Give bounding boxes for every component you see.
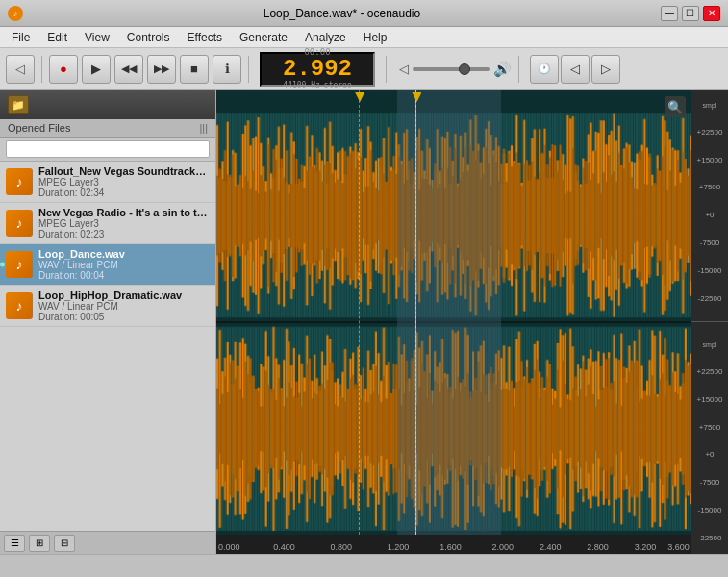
time-display: 00:00 2.992 44100 Hzstereo	[260, 52, 375, 87]
scale-labels: smpl +22500 +15000 +7500 +0 -7500 -15000…	[691, 90, 728, 554]
time-tick-5: 2.000	[492, 542, 515, 552]
rewind-button[interactable]: ◀◀	[114, 55, 143, 84]
title-bar: ♪ Loop_Dance.wav* - ocenaudio — ☐ ✕	[0, 0, 728, 27]
collapse-icon[interactable]: |||	[199, 122, 208, 134]
opened-files-bar: Opened Files |||	[0, 119, 215, 138]
file-item-0[interactable]: ♪ Fallout_New Vegas Soundtrack_Gu... MPE…	[0, 162, 215, 203]
file-thumb-0: ♪	[6, 168, 33, 195]
toolbar: ◁ ● ▶ ◀◀ ▶▶ ■ ℹ 00:00 2.992 44100 Hzster…	[0, 48, 728, 90]
nav-next-button[interactable]: ▷	[591, 55, 620, 84]
menu-controls[interactable]: Controls	[119, 29, 178, 46]
file-info-3: Loop_HipHop_Dramatic.wav WAV / Linear PC…	[38, 289, 210, 322]
volume-max-icon: 🔊	[493, 61, 512, 78]
sidebar: 📁 Opened Files ||| ♪ Fallout_New Vegas S…	[0, 90, 216, 554]
time-tick-3: 1.200	[388, 542, 410, 552]
file-meta-0: MPEG Layer3	[38, 177, 210, 188]
nav-prev-button[interactable]: ◁	[561, 55, 590, 84]
file-item-3[interactable]: ♪ Loop_HipHop_Dramatic.wav WAV / Linear …	[0, 286, 215, 327]
detail-view-button[interactable]: ⊟	[54, 535, 75, 552]
close-button[interactable]: ✕	[703, 6, 720, 21]
nav-button-area: 🕐 ◁ ▷	[530, 55, 620, 84]
menu-file[interactable]: File	[4, 29, 38, 46]
search-box	[0, 138, 215, 162]
waveform-search-button[interactable]: 🔍	[665, 96, 686, 117]
separator-2	[248, 56, 249, 83]
sidebar-bottom: ☰ ⊞ ⊟	[0, 531, 215, 554]
search-input[interactable]	[6, 140, 210, 158]
time-tick-1: 0.400	[273, 542, 295, 552]
minimize-button[interactable]: —	[661, 6, 678, 21]
scale-label: +22500	[697, 367, 723, 376]
scale-label: smpl	[703, 102, 717, 109]
folder-button[interactable]: 📁	[8, 95, 29, 114]
menu-bar: File Edit View Controls Effects Generate…	[0, 27, 728, 48]
info-button[interactable]: ℹ	[213, 55, 241, 84]
volume-min-icon: ◁	[399, 62, 409, 76]
waveform-canvas[interactable]	[216, 90, 728, 554]
file-info-0: Fallout_New Vegas Soundtrack_Gu... MPEG …	[38, 165, 210, 198]
file-list: ♪ Fallout_New Vegas Soundtrack_Gu... MPE…	[0, 162, 215, 531]
file-item-2[interactable]: ♪ Loop_Dance.wav WAV / Linear PCM Durati…	[0, 244, 215, 286]
list-view-button[interactable]: ☰	[4, 535, 25, 552]
file-meta-1: MPEG Layer3	[38, 218, 210, 229]
scale-label: -7500	[700, 478, 719, 487]
file-duration-2: Duration: 00:04	[38, 270, 210, 281]
history-button[interactable]: 🕐	[530, 55, 559, 84]
scale-label: -15000	[698, 266, 722, 275]
scale-label: +0	[705, 450, 714, 459]
file-info-1: New Vegas Radio - It's a sin to tell ...…	[38, 207, 210, 239]
file-duration-1: Duration: 02:23	[38, 229, 210, 239]
sidebar-header: 📁	[0, 90, 215, 119]
time-tick-7: 2.800	[587, 542, 609, 552]
volume-slider[interactable]	[413, 67, 490, 71]
time-tick-4: 1.600	[439, 542, 462, 552]
window-title: Loop_Dance.wav* - ocenaudio	[264, 7, 420, 20]
forward-button[interactable]: ▶▶	[147, 55, 176, 84]
time-tick-8: 3.200	[635, 542, 657, 552]
scale-label: -22500	[698, 294, 722, 303]
volume-area: ◁ 🔊	[399, 61, 512, 78]
file-thumb-1: ♪	[6, 210, 33, 237]
scale-label: -15000	[698, 506, 722, 514]
file-name-2: Loop_Dance.wav	[38, 248, 210, 260]
opened-files-label: Opened Files	[8, 122, 70, 134]
file-meta-2: WAV / Linear PCM	[38, 260, 210, 270]
scale-label: +7500	[699, 183, 720, 191]
menu-edit[interactable]: Edit	[39, 29, 75, 46]
file-thumb-2: ♪	[6, 251, 33, 278]
time-axis: 0.000 0.400 0.800 1.200 1.600 2.000 2.40…	[216, 535, 691, 554]
file-thumb-3: ♪	[6, 292, 33, 319]
file-name-3: Loop_HipHop_Dramatic.wav	[38, 289, 210, 301]
menu-view[interactable]: View	[77, 29, 117, 46]
file-name-0: Fallout_New Vegas Soundtrack_Gu...	[38, 165, 210, 177]
file-name-1: New Vegas Radio - It's a sin to tell ...	[38, 207, 210, 218]
time-tick-6: 2.400	[540, 542, 562, 552]
scale-label: +15000	[697, 156, 723, 164]
time-tick-2: 0.800	[331, 542, 353, 552]
back-button[interactable]: ◁	[6, 55, 35, 84]
record-button[interactable]: ●	[49, 55, 78, 84]
scale-label: +0	[705, 211, 714, 219]
menu-analyze[interactable]: Analyze	[297, 29, 354, 46]
menu-effects[interactable]: Effects	[180, 29, 230, 46]
menu-help[interactable]: Help	[356, 29, 395, 46]
maximize-button[interactable]: ☐	[682, 6, 699, 21]
time-tick-0: 0.000	[218, 542, 240, 552]
scale-label: +22500	[697, 128, 723, 137]
window-controls: — ☐ ✕	[661, 6, 720, 21]
separator-3	[386, 56, 387, 83]
grid-view-button[interactable]: ⊞	[29, 535, 50, 552]
status-bar	[0, 554, 728, 577]
scale-label: +15000	[697, 395, 723, 404]
file-duration-0: Duration: 02:34	[38, 188, 210, 198]
waveform-area[interactable]: 🔍 smpl +22500 +15000 +7500 +0 -7500 -150…	[216, 90, 728, 554]
play-button[interactable]: ▶	[82, 55, 111, 84]
scale-label: +7500	[699, 423, 720, 432]
time-tick-9: 3.600	[667, 542, 690, 552]
file-info-2: Loop_Dance.wav WAV / Linear PCM Duration…	[38, 248, 210, 281]
menu-generate[interactable]: Generate	[232, 29, 295, 46]
stop-button[interactable]: ■	[180, 55, 209, 84]
file-duration-3: Duration: 00:05	[38, 312, 210, 322]
app-icon: ♪	[8, 6, 23, 21]
file-item-1[interactable]: ♪ New Vegas Radio - It's a sin to tell .…	[0, 203, 215, 244]
